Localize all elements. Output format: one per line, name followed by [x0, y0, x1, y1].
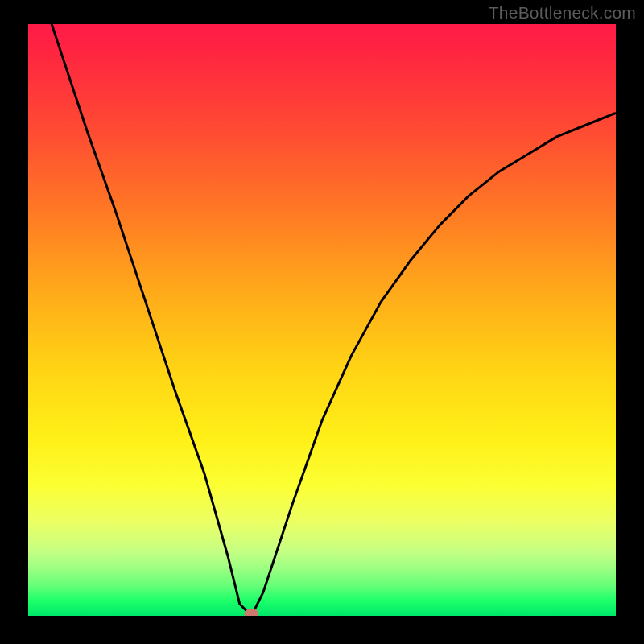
- watermark-text: TheBottleneck.com: [489, 3, 636, 23]
- chart-svg: [28, 24, 616, 616]
- plot-area: [28, 24, 616, 616]
- bottleneck-curve: [28, 24, 616, 616]
- chart-container: TheBottleneck.com: [0, 0, 644, 644]
